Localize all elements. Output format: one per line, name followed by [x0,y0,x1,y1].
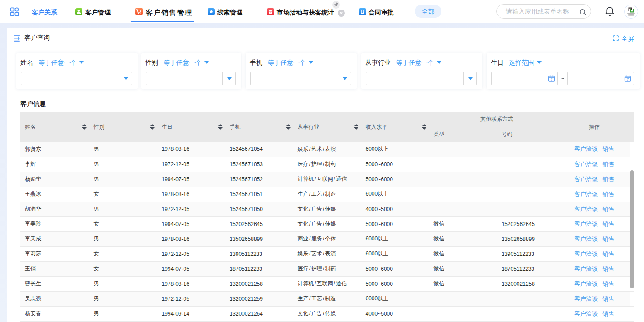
svg-text:7: 7 [627,77,629,82]
svg-text:7: 7 [551,77,553,82]
